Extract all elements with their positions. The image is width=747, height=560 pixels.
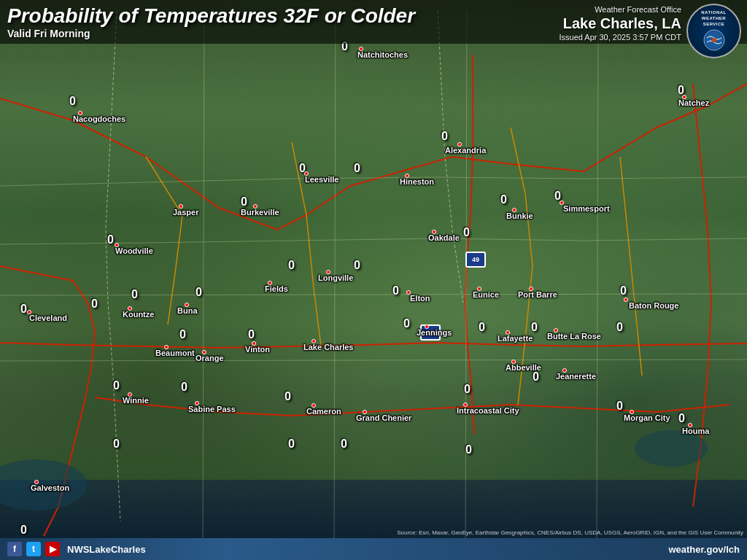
- city-label: Buna: [177, 306, 198, 315]
- city-dot: [115, 243, 119, 247]
- probability-value: 0: [616, 321, 623, 334]
- probability-value: 0: [20, 303, 27, 316]
- svg-point-3: [712, 38, 716, 42]
- probability-value: 0: [181, 381, 187, 394]
- probability-value: 0: [678, 412, 685, 425]
- city-label: Natchitoches: [357, 50, 408, 59]
- social-icons: f t ▶ NWSLakeCharles: [7, 542, 146, 556]
- city-label: Lafayette: [498, 334, 533, 343]
- city-label: Hineston: [400, 177, 434, 186]
- city-label: Burkeville: [241, 208, 279, 217]
- probability-value: 0: [69, 95, 76, 108]
- city-dot: [359, 47, 363, 51]
- probability-value: 0: [20, 524, 27, 537]
- city-dot: [463, 402, 468, 407]
- city-dot: [179, 204, 183, 209]
- city-dot: [506, 330, 510, 335]
- city-label: Nacogdoches: [73, 114, 125, 123]
- city-dot: [202, 350, 206, 354]
- probability-value: 0: [392, 284, 399, 298]
- probability-value: 0: [354, 162, 360, 175]
- city-label: Eunice: [473, 290, 499, 299]
- city-label: Butte La Rose: [547, 332, 601, 341]
- probability-value: 0: [441, 130, 448, 143]
- probability-value: 0: [288, 259, 295, 272]
- probability-value: 0: [403, 317, 410, 330]
- city-dot: [311, 403, 316, 408]
- city-dot: [128, 306, 132, 311]
- probability-value: 0: [179, 328, 186, 341]
- city-label: Winnie: [123, 396, 149, 405]
- city-dot: [511, 359, 516, 364]
- header-right: Weather Forecast Office Lake Charles, LA…: [559, 4, 681, 43]
- city-dot: [185, 303, 189, 307]
- city-label: Bunkie: [506, 211, 533, 220]
- city-dot: [457, 142, 462, 147]
- city-label: Alexandria: [445, 146, 486, 155]
- city-label: Jasper: [173, 208, 198, 217]
- city-label: Elton: [410, 294, 430, 303]
- city-dot: [268, 281, 272, 285]
- city-dot: [624, 298, 628, 302]
- nws-logo-text: NATIONAL WEATHER SERVICE: [700, 8, 728, 55]
- city-dot: [512, 208, 516, 212]
- city-dot: [405, 174, 409, 178]
- bottom-bar: f t ▶ NWSLakeCharles weather.gov/lch: [0, 538, 747, 560]
- city-label: Kountze: [123, 310, 154, 319]
- city-label: Jennings: [417, 328, 452, 337]
- city-label: Morgan City: [624, 413, 670, 422]
- city-dot: [425, 324, 429, 329]
- probability-value: 0: [463, 226, 470, 239]
- youtube-icon[interactable]: ▶: [45, 542, 60, 556]
- probability-value: 0: [113, 379, 120, 392]
- city-label: Leesville: [305, 175, 338, 184]
- svg-point-1: [635, 430, 708, 467]
- probability-value: 0: [113, 438, 120, 451]
- city-dot: [363, 410, 367, 414]
- city-dot: [432, 230, 436, 234]
- city-dot: [128, 392, 132, 397]
- source-text: Source: Esri, Maxar, GeoEye, Earthstar G…: [397, 529, 743, 536]
- city-dot: [252, 341, 256, 346]
- city-dot: [688, 423, 692, 427]
- city-label: Simmesport: [563, 204, 610, 213]
- city-dot: [406, 290, 411, 295]
- city-dot: [164, 345, 169, 349]
- probability-value: 0: [341, 438, 347, 451]
- city-dot: [34, 480, 39, 484]
- city-dot: [78, 111, 82, 115]
- city-label: Jeanerette: [556, 372, 596, 381]
- city-label: Intracoastal City: [457, 406, 519, 415]
- probability-value: 0: [241, 195, 247, 209]
- city-dot: [630, 410, 634, 414]
- probability-value: 0: [248, 328, 255, 341]
- website-url[interactable]: weather.gov/lch: [668, 544, 740, 555]
- city-label: Fields: [265, 284, 288, 293]
- issued-label: Issued Apr 30, 2025 3:57 PM CDT: [559, 32, 681, 42]
- facebook-icon[interactable]: f: [7, 542, 22, 556]
- probability-value: 0: [500, 193, 507, 206]
- city-label: Grand Chenier: [356, 413, 411, 422]
- probability-value: 0: [479, 321, 485, 334]
- city-label: Longville: [318, 273, 353, 282]
- city-label: Cameron: [306, 407, 341, 416]
- road-network: [0, 0, 747, 560]
- probability-value: 0: [620, 284, 627, 298]
- probability-value: 0: [533, 370, 539, 384]
- wfo-label: Weather Forecast Office: [559, 4, 681, 15]
- wfo-name: Lake Charles, LA: [559, 15, 681, 32]
- city-dot: [560, 201, 564, 205]
- city-label: Orange: [196, 354, 224, 362]
- city-dot: [253, 204, 258, 209]
- nws-logo: NATIONAL WEATHER SERVICE: [686, 4, 741, 58]
- probability-value: 0: [196, 286, 202, 299]
- twitter-icon[interactable]: t: [26, 542, 41, 556]
- page-header: Probability of Temperatures 32F or Colde…: [0, 0, 747, 44]
- map-container: Probability of Temperatures 32F or Colde…: [0, 0, 747, 560]
- probability-value: 0: [91, 298, 98, 311]
- city-dot: [554, 328, 558, 332]
- probability-value: 0: [131, 288, 138, 301]
- probability-value: 0: [107, 233, 114, 246]
- city-label: Woodville: [115, 246, 153, 255]
- interstate-49: 49: [465, 252, 486, 268]
